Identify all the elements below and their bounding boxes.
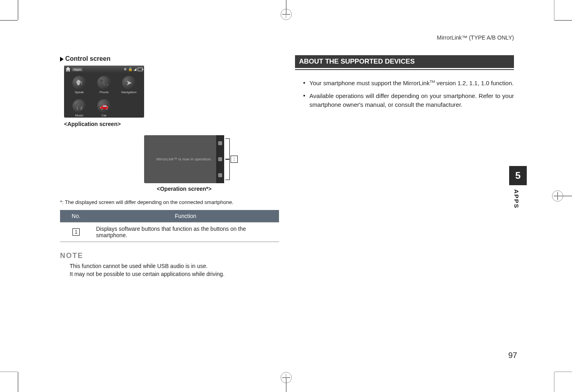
app-icon-speak: 🗣Speak xyxy=(68,76,90,98)
page-number: 97 xyxy=(508,351,517,360)
app-icon-navigation: ➤Navigation xyxy=(118,76,140,98)
operation-screen-caption: <Operation screen*> xyxy=(144,186,224,192)
operation-screenshot: MirrorLink™ is now in operation. 1 xyxy=(144,135,224,183)
page: MirrorLink™ (TYPE A/B ONLY) Control scre… xyxy=(0,0,572,392)
table-row: 1 Displays software buttons that functio… xyxy=(60,222,279,242)
crop-corner xyxy=(18,0,18,20)
home-icon xyxy=(66,67,70,72)
section-underline xyxy=(295,69,514,70)
crop-circle-top xyxy=(281,9,292,20)
side-tab-number: 5 xyxy=(509,166,527,185)
soft-button-icon xyxy=(218,141,222,145)
operation-side-buttons xyxy=(216,135,224,183)
app-grid: 🗣Speak 📞Phone ➤Navigation 🎧Music 🚗Car xyxy=(64,73,144,118)
crop-circle-bottom xyxy=(281,372,292,383)
app-icon-car: 🚗Car xyxy=(93,99,115,118)
note-line: This function cannot be used while USB a… xyxy=(70,262,279,270)
crop-corner xyxy=(0,20,18,21)
crop-corner xyxy=(554,20,572,21)
callout-number-box: 1 xyxy=(231,156,238,163)
soft-button-icon xyxy=(218,173,222,177)
right-column: ABOUT THE SUPPORTED DEVICES Your smartph… xyxy=(295,36,514,364)
application-screenshot: Apps ✻ 🔒 ◢ 🗣Speak 📞Phone ➤Navigation 🎧Mu… xyxy=(64,66,144,118)
app-icon-phone: 📞Phone xyxy=(93,76,115,98)
lock-icon: 🔒 xyxy=(128,67,132,71)
note-body: This function cannot be used while USB a… xyxy=(70,262,279,278)
bullet-list: Your smartphone must support the MirrorL… xyxy=(303,79,514,109)
side-tab: 5 APPS xyxy=(509,166,527,209)
crop-corner xyxy=(0,372,18,372)
app-icon-label: Speak xyxy=(75,90,84,94)
row-number-box: 1 xyxy=(72,228,80,236)
bluetooth-icon: ✻ xyxy=(124,67,127,71)
content-area: MirrorLink™ (TYPE A/B ONLY) Control scre… xyxy=(60,36,514,364)
crop-corner xyxy=(554,372,572,372)
status-icons: ✻ 🔒 ◢ xyxy=(124,67,142,71)
crop-corner xyxy=(554,372,555,392)
bullet-item: Available operations will differ dependi… xyxy=(303,92,514,109)
crop-circle-right xyxy=(552,190,563,202)
crop-corner xyxy=(554,0,555,20)
left-column: Control screen Apps ✻ 🔒 ◢ 🗣S xyxy=(60,36,279,364)
app-icon-music: 🎧Music xyxy=(68,99,90,118)
section-heading: ABOUT THE SUPPORTED DEVICES xyxy=(295,55,514,68)
table-header-no: No. xyxy=(60,210,92,222)
triangle-bullet-icon xyxy=(60,57,64,62)
crop-corner xyxy=(18,372,18,392)
control-screen-title: Control screen xyxy=(60,55,279,62)
operation-screen-text: MirrorLink™ is now in operation. xyxy=(157,157,212,161)
operation-screenshot-wrap: MirrorLink™ is now in operation. 1 <Oper… xyxy=(144,135,240,192)
table-header-function: Function xyxy=(92,210,279,222)
note-line: It may not be possible to use certain ap… xyxy=(70,270,279,278)
app-icon-label: Phone xyxy=(99,90,108,94)
note-heading: NOTE xyxy=(60,252,279,260)
function-table: No. Function 1 Displays software buttons… xyxy=(60,210,279,242)
application-screen-caption: <Application screen> xyxy=(64,121,279,127)
callout-1: 1 xyxy=(225,156,238,163)
app-icon-label: Navigation xyxy=(121,90,136,94)
footnote: *: The displayed screen will differ depe… xyxy=(60,199,279,205)
side-tab-label: APPS xyxy=(509,185,524,209)
signal-icon: ◢ xyxy=(134,67,136,71)
bullet-item: Your smartphone must support the MirrorL… xyxy=(303,79,514,88)
app-bar-label: Apps xyxy=(72,68,82,71)
callout-line xyxy=(225,159,229,160)
battery-icon xyxy=(138,68,142,71)
table-cell-no: 1 xyxy=(60,222,92,242)
control-screen-title-text: Control screen xyxy=(65,55,110,62)
table-cell-function: Displays software buttons that function … xyxy=(92,222,279,242)
soft-button-icon xyxy=(218,157,222,161)
app-icon-label: Music xyxy=(75,114,84,117)
app-top-bar: Apps ✻ 🔒 ◢ xyxy=(64,66,144,73)
app-icon-label: Car xyxy=(102,114,107,117)
